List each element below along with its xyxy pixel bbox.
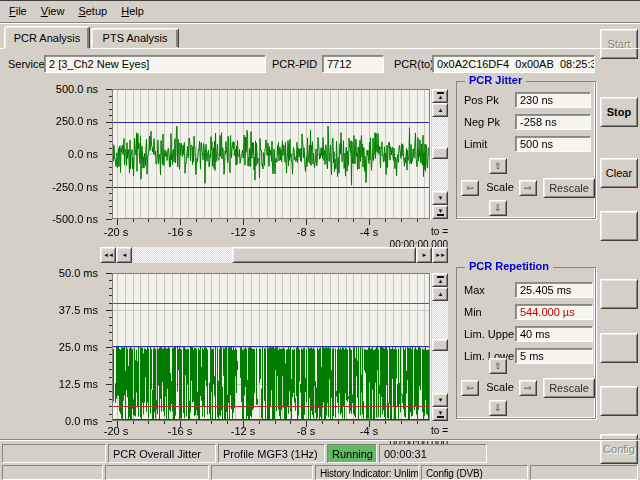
status-history-indicator: History Indicator: Unlimited bbox=[315, 465, 419, 480]
scroll-left-button[interactable]: ◄ bbox=[116, 247, 132, 263]
arrow-right-icon: ⇨ bbox=[524, 384, 532, 393]
scroll-up-button[interactable]: ▲ bbox=[432, 103, 448, 117]
arrow-right-icon: ⇨ bbox=[524, 184, 532, 193]
scale-label: Scale bbox=[483, 381, 517, 393]
status-cell-empty bbox=[530, 465, 638, 480]
clear-button[interactable]: Clear bbox=[600, 158, 638, 188]
scale-right-button[interactable]: ⇨ bbox=[519, 180, 537, 196]
scroll-far-right-button[interactable]: ►► bbox=[432, 247, 448, 263]
blank-button bbox=[600, 279, 638, 309]
limit-field[interactable]: 500 ns bbox=[515, 136, 591, 152]
scroll-thumb[interactable] bbox=[232, 247, 416, 263]
scale-left-button[interactable]: ⇦ bbox=[461, 380, 479, 396]
application-window: File View Setup Help PCR Analysis PTS An… bbox=[0, 0, 640, 480]
scale-left-button[interactable]: ⇦ bbox=[461, 180, 479, 196]
arrow-down-icon: ▼ bbox=[438, 397, 443, 403]
y-tick-label: 12.5 ms bbox=[8, 378, 98, 390]
pcr-pid-field[interactable]: 7712 bbox=[322, 55, 384, 73]
y-tick-label: -500.0 ns bbox=[8, 213, 98, 225]
x-tick-label: -16 s bbox=[159, 226, 201, 238]
x-tick-label: -20 s bbox=[95, 226, 137, 238]
arrow-up-icon: ▲ bbox=[438, 291, 443, 297]
blank-button bbox=[600, 386, 638, 416]
scale-down-button[interactable]: ⇩ bbox=[489, 200, 507, 216]
scroll-top-button[interactable]: ▲ bbox=[432, 89, 448, 103]
tab-pcr-analysis[interactable]: PCR Analysis bbox=[4, 26, 90, 49]
scroll-down-button[interactable]: ▼ bbox=[432, 393, 448, 407]
scroll-right-button[interactable]: ► bbox=[416, 247, 432, 263]
arrow-left-icon: ◄ bbox=[122, 252, 127, 258]
blank-button bbox=[600, 333, 638, 363]
pcr-to-field: 0x0A2C16DF4 0x00AB 08:25:3 bbox=[432, 55, 595, 73]
x-tick-label: -16 s bbox=[159, 425, 201, 437]
limit-label: Limit bbox=[464, 136, 487, 152]
arrow-left-icon: ⇦ bbox=[466, 184, 474, 193]
service-label: Service bbox=[8, 55, 45, 73]
arrow-up-icon: ▲ bbox=[438, 278, 443, 284]
status-running-badge: Running bbox=[327, 444, 377, 463]
status-separator bbox=[0, 439, 640, 441]
scroll-thumb[interactable] bbox=[432, 339, 448, 351]
max-field: 25.405 ms bbox=[515, 282, 593, 298]
double-arrow-right-icon: ►► bbox=[435, 252, 445, 258]
x-tick-label: -20 s bbox=[95, 425, 137, 437]
scroll-top-button[interactable]: ▲ bbox=[432, 273, 448, 287]
groupbox-title: PCR Jitter bbox=[465, 74, 526, 86]
scroll-thumb[interactable] bbox=[432, 147, 448, 159]
x-tick-label: -8 s bbox=[285, 425, 327, 437]
status-cell-profile: Profile MGF3 (1Hz) bbox=[218, 444, 325, 463]
lim-upper-field[interactable]: 40 ms bbox=[515, 326, 593, 342]
min-field: 544.000 µs bbox=[515, 304, 593, 320]
x-tick-label: -12 s bbox=[222, 425, 264, 437]
scale-up-button[interactable]: ⇧ bbox=[489, 158, 507, 174]
arrow-down-icon: ⇩ bbox=[494, 404, 502, 413]
status-cell-empty bbox=[2, 465, 103, 480]
scale-up-button[interactable]: ⇧ bbox=[489, 358, 507, 374]
tab-pts-analysis[interactable]: PTS Analysis bbox=[91, 28, 179, 48]
stop-button[interactable]: Stop bbox=[600, 97, 638, 127]
status-cell-empty bbox=[105, 465, 209, 480]
max-label: Max bbox=[464, 282, 485, 298]
scale-label: Scale bbox=[483, 181, 517, 193]
scroll-far-left-button[interactable]: ◄◄ bbox=[100, 247, 116, 263]
status-timer: 00:00:31 bbox=[379, 444, 487, 463]
x-tick-label: -12 s bbox=[222, 226, 264, 238]
status-cell-empty bbox=[2, 444, 106, 463]
scroll-bottom-button[interactable]: ▼ bbox=[432, 407, 448, 421]
menu-item-view[interactable]: View bbox=[34, 3, 72, 20]
start-button[interactable]: Start bbox=[600, 29, 638, 59]
scroll-bottom-button[interactable]: ▼ bbox=[432, 205, 448, 219]
arrow-left-icon: ⇦ bbox=[466, 384, 474, 393]
scroll-up-button[interactable]: ▲ bbox=[432, 287, 448, 301]
y-tick-label: 0.0 ms bbox=[8, 415, 98, 427]
menu-item-help[interactable]: Help bbox=[114, 3, 151, 20]
arrow-up-icon: ⇧ bbox=[494, 162, 502, 171]
menu-item-setup[interactable]: Setup bbox=[71, 3, 114, 20]
status-cell-empty bbox=[211, 465, 313, 480]
neg-pk-label: Neg Pk bbox=[464, 114, 500, 130]
arrow-up-icon: ▲ bbox=[438, 107, 443, 113]
lim-lower-field[interactable]: 5 ms bbox=[515, 348, 593, 364]
y-tick-label: 50.0 ms bbox=[8, 267, 98, 279]
bar-icon bbox=[437, 214, 444, 216]
rescale-button[interactable]: Rescale bbox=[543, 378, 595, 398]
scale-right-button[interactable]: ⇨ bbox=[519, 380, 537, 396]
scroll-down-button[interactable]: ▼ bbox=[432, 191, 448, 205]
service-field[interactable]: 2 [3_Ch2 New Eyes] bbox=[44, 55, 266, 73]
scale-down-button[interactable]: ⇩ bbox=[489, 400, 507, 416]
status-config-mode: Config (DVB) bbox=[421, 465, 528, 480]
arrow-up-icon: ⇧ bbox=[494, 362, 502, 371]
repetition-chart bbox=[100, 267, 436, 431]
y-tick-label: 0.0 ns bbox=[8, 148, 98, 160]
y-tick-label: 500.0 ns bbox=[8, 83, 98, 95]
pcr-pid-label: PCR-PID bbox=[272, 55, 317, 73]
y-tick-label: 25.0 ms bbox=[8, 341, 98, 353]
double-arrow-left-icon: ◄◄ bbox=[103, 252, 113, 258]
pos-pk-field: 230 ns bbox=[515, 92, 591, 108]
rescale-button[interactable]: Rescale bbox=[543, 178, 595, 198]
arrow-down-icon: ⇩ bbox=[494, 204, 502, 213]
y-tick-label: 250.0 ns bbox=[8, 115, 98, 127]
arrow-up-icon: ▲ bbox=[438, 94, 443, 100]
pos-pk-label: Pos Pk bbox=[464, 92, 499, 108]
menu-item-file[interactable]: File bbox=[2, 3, 34, 20]
